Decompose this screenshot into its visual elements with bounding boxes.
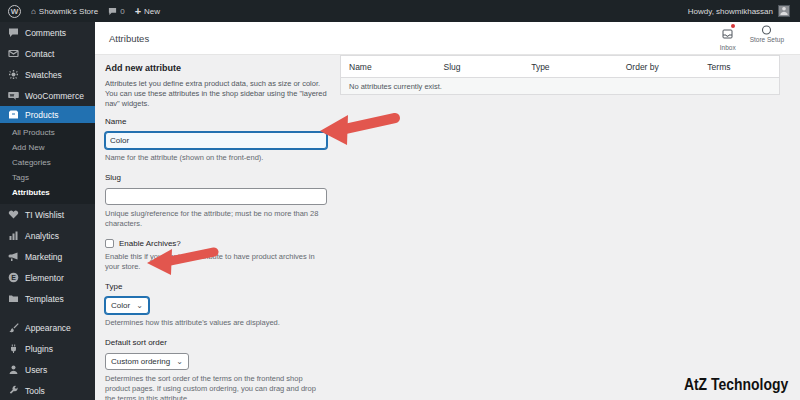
attributes-table: Name Slug Type Order by Terms No attribu… (340, 55, 780, 95)
type-label: Type (105, 282, 327, 291)
new-content-link[interactable]: + New (135, 7, 160, 16)
wordpress-admin-page: W ⌂ Showmik's Store 0 + New Howdy, showm… (0, 0, 800, 400)
column-header-order-by: Order by (618, 62, 700, 72)
column-header-terms: Terms (699, 62, 779, 72)
sort-order-select[interactable]: Custom ordering ⌄ (105, 353, 189, 370)
column-header-slug: Slug (436, 62, 524, 72)
submenu-tags[interactable]: Tags (0, 170, 95, 185)
paintbrush-icon (8, 322, 19, 333)
table-empty-row: No attributes currently exist. (341, 78, 779, 94)
type-help-text: Determines how this attribute's values a… (105, 318, 327, 328)
user-silhouette-icon (779, 5, 789, 16)
site-name-link[interactable]: ⌂ Showmik's Store (31, 7, 98, 16)
sidebar-item-woocommerce[interactable]: WooCommerce (0, 85, 95, 106)
sidebar-item-templates[interactable]: Templates (0, 288, 95, 309)
envelope-icon (8, 48, 19, 59)
bar-chart-icon (8, 230, 19, 241)
chevron-down-icon: ⌄ (136, 303, 143, 309)
submenu-attributes[interactable]: Attributes (0, 185, 95, 200)
slug-input[interactable] (105, 188, 327, 205)
sidebar-item-appearance[interactable]: Appearance (0, 317, 95, 338)
comments-icon (8, 27, 19, 38)
sidebar-item-analytics[interactable]: Analytics (0, 225, 95, 246)
megaphone-icon (8, 251, 19, 262)
sidebar-item-users[interactable]: Users (0, 359, 95, 380)
column-header-type: Type (523, 62, 618, 72)
archives-help-text: Enable this if you want this attribute t… (105, 252, 327, 272)
sidebar-item-contact[interactable]: Contact (0, 43, 95, 64)
name-help-text: Name for the attribute (shown on the fro… (105, 153, 327, 163)
products-submenu: All Products Add New Categories Tags Att… (0, 123, 95, 204)
name-label: Name (105, 117, 327, 126)
wrench-icon (8, 385, 19, 396)
heart-icon (8, 209, 19, 220)
comment-bubble-icon (108, 7, 117, 16)
submenu-add-new[interactable]: Add New (0, 140, 95, 155)
name-input[interactable] (105, 132, 327, 149)
attributes-body: Add new attribute Attributes let you def… (95, 55, 800, 400)
page-title: Attributes (95, 33, 149, 44)
notification-dot (731, 24, 735, 28)
sort-help-text: Determines the sort order of the terms o… (105, 374, 327, 400)
type-select[interactable]: Color ⌄ (105, 297, 149, 314)
plug-icon (8, 343, 19, 354)
wordpress-logo-icon[interactable]: W (8, 5, 21, 18)
add-attribute-form: Add new attribute Attributes let you def… (105, 63, 327, 400)
elementor-icon: E (8, 272, 19, 283)
slug-help-text: Unique slug/reference for the attribute;… (105, 209, 327, 229)
sidebar-item-plugins[interactable]: Plugins (0, 338, 95, 359)
avatar[interactable] (778, 5, 790, 17)
sidebar-item-comments[interactable]: Comments (0, 22, 95, 43)
user-icon (8, 364, 19, 375)
sidebar-item-products[interactable]: Products (0, 106, 95, 123)
inbox-button[interactable]: Inbox (720, 25, 736, 51)
comments-bubble-link[interactable]: 0 (108, 7, 124, 16)
column-header-name: Name (341, 62, 436, 72)
store-setup-icon (761, 25, 772, 35)
sidebar-item-marketing[interactable]: Marketing (0, 246, 95, 267)
slug-label: Slug (105, 173, 327, 182)
main-content: Attributes Inbox Store Setup Add new (95, 22, 800, 400)
sidebar-menu: Comments Contact Swatches WooCommerce Pr… (0, 22, 95, 400)
howdy-account-link[interactable]: Howdy, showmikhassan (688, 7, 773, 16)
sidebar-item-swatches[interactable]: Swatches (0, 64, 95, 85)
form-intro-text: Attributes let you define extra product … (105, 79, 327, 109)
attributes-table-section: Name Slug Type Order by Terms No attribu… (340, 55, 780, 95)
empty-message: No attributes currently exist. (341, 82, 442, 91)
plus-icon: + (135, 7, 141, 16)
chevron-down-icon: ⌄ (176, 359, 183, 365)
admin-bar: W ⌂ Showmik's Store 0 + New Howdy, showm… (0, 0, 800, 22)
sidebar-item-tools[interactable]: Tools (0, 380, 95, 400)
folder-icon (8, 293, 19, 304)
svg-text:E: E (11, 274, 16, 281)
table-header-row: Name Slug Type Order by Terms (341, 56, 779, 78)
home-icon: ⌂ (31, 7, 36, 16)
enable-archives-checkbox[interactable] (105, 239, 114, 248)
sidebar-separator (0, 309, 95, 317)
enable-archives-label: Enable Archives? (119, 239, 181, 248)
submenu-categories[interactable]: Categories (0, 155, 95, 170)
form-heading: Add new attribute (105, 63, 327, 73)
sort-order-label: Default sort order (105, 338, 327, 347)
store-setup-button[interactable]: Store Setup (750, 25, 784, 51)
products-icon (8, 109, 19, 120)
submenu-all-products[interactable]: All Products (0, 125, 95, 140)
inbox-icon (722, 29, 733, 39)
gear-icon (8, 69, 19, 80)
sidebar-item-elementor[interactable]: E Elementor (0, 267, 95, 288)
sidebar-item-ti-wishlist[interactable]: TI Wishlist (0, 204, 95, 225)
woocommerce-icon (8, 90, 19, 101)
page-header: Attributes Inbox Store Setup (95, 22, 800, 55)
